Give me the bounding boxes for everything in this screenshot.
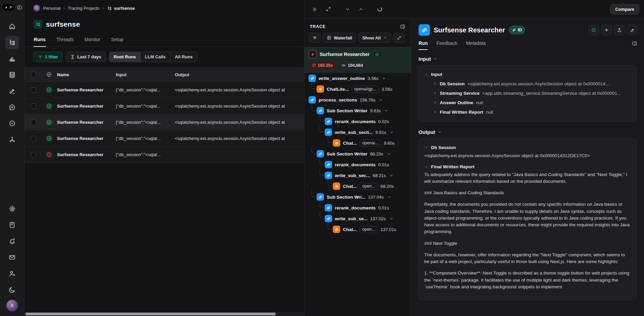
trace-tree-item[interactable]: write_sub_se... 137.02s [304, 213, 411, 224]
sidebar-collapse-icon[interactable] [17, 5, 22, 10]
breadcrumb-personal[interactable]: Personal [43, 6, 60, 11]
edit-run-button[interactable] [627, 25, 637, 35]
sidebar-item-notifications[interactable] [5, 234, 19, 248]
sidebar-item-invite[interactable] [5, 267, 19, 280]
input-section-header[interactable]: Input [419, 56, 637, 62]
sidebar-item-mail[interactable] [5, 251, 19, 264]
sidebar-item-dashboards[interactable] [5, 52, 19, 65]
trace-tree-item[interactable]: Chat... openai... 9.60s [304, 138, 411, 148]
horizontal-scrollbar-thumb[interactable] [25, 313, 276, 315]
collapse-chevron[interactable] [389, 173, 394, 178]
panel-split-icon[interactable] [400, 24, 405, 29]
run-name-cell[interactable]: Surfsense Researcher [56, 120, 116, 125]
tab-runs[interactable]: Runs [33, 35, 46, 47]
segment-llm-calls[interactable]: LLM Calls [141, 52, 170, 62]
input-field-row[interactable]: Final Written Report null [424, 107, 631, 117]
segment-all-runs[interactable]: All Runs [170, 52, 197, 62]
trace-tree-item[interactable]: process_sections 156.78s [304, 94, 411, 105]
collapse-chevron[interactable] [384, 109, 388, 113]
collapse-chevron[interactable] [387, 152, 391, 156]
collapse-panel-button[interactable] [310, 5, 319, 13]
collapse-chevron[interactable] [379, 98, 383, 102]
open-in-playground-button[interactable] [589, 25, 599, 35]
workspace-avatar[interactable] [33, 5, 40, 11]
collapse-chevron[interactable] [382, 76, 386, 81]
sidebar-item-playground[interactable] [5, 117, 19, 130]
show-all-dropdown[interactable]: Show All [358, 33, 391, 43]
output-report-node[interactable]: Final Written Report [424, 163, 631, 171]
play-circle-icon [8, 120, 16, 127]
column-header-input[interactable]: Input [116, 72, 175, 77]
tab-run[interactable]: Run [419, 40, 428, 50]
sidebar-item-docs[interactable] [5, 218, 19, 232]
sidebar-item-annotation[interactable] [5, 84, 19, 98]
input-root-node[interactable]: Input [424, 70, 631, 79]
panel-split-icon[interactable] [632, 41, 637, 46]
breadcrumb-tracing-projects[interactable]: Tracing Projects [68, 6, 99, 11]
collapse-chevron[interactable] [387, 195, 392, 199]
table-row[interactable]: Surfsense Researcher {"db_session":"<sql… [25, 114, 304, 131]
select-all-checkbox[interactable] [31, 72, 36, 77]
trace-tree-item[interactable]: ChatLite... openai/gp... 3.56s [304, 84, 411, 94]
row-checkbox[interactable] [31, 104, 36, 109]
output-section-header[interactable]: Output [419, 129, 637, 135]
expand-fullscreen-button[interactable] [324, 5, 333, 13]
input-field-row[interactable]: Db Session <sqlalchemy.ext.asyncio.sessi… [424, 79, 631, 88]
trace-panel-title: TRACE [310, 24, 326, 29]
user-avatar[interactable] [6, 300, 18, 311]
tab-threads[interactable]: Threads [56, 35, 74, 47]
filter-count-button[interactable]: 1 filter [33, 52, 62, 62]
tab-setup[interactable]: Setup [111, 35, 124, 47]
sidebar-item-settings[interactable] [5, 202, 19, 216]
next-run-button[interactable] [356, 5, 365, 13]
horizontal-scrollbar-track[interactable] [25, 312, 304, 316]
tab-feedback[interactable]: Feedback [436, 40, 457, 50]
run-name-cell[interactable]: Surfsense Researcher [56, 87, 116, 92]
segment-root-runs[interactable]: Root Runs [109, 52, 141, 62]
tab-metadata[interactable]: Metadata [466, 40, 486, 50]
sidebar-item-theme-toggle[interactable] [5, 283, 19, 296]
table-row[interactable]: Surfsense Researcher {"db_session":"<sql… [25, 147, 304, 163]
input-field-row[interactable]: Streaming Service <app.utils.streaming_s… [424, 88, 631, 98]
run-name-cell[interactable]: Surfsense Researcher [56, 136, 116, 141]
row-checkbox[interactable] [31, 87, 36, 93]
waterfall-view-button[interactable]: Waterfall [323, 33, 356, 43]
collapse-chevron[interactable] [389, 217, 394, 221]
trace-filter-button[interactable] [309, 33, 320, 43]
sidebar-item-workflows[interactable] [5, 133, 19, 146]
sidebar [0, 0, 25, 316]
output-db-session-node[interactable]: Db Session [424, 143, 631, 152]
sidebar-item-datasets[interactable] [5, 68, 19, 82]
run-name-cell[interactable]: Surfsense Researcher [56, 152, 116, 157]
trace-root-item[interactable]: Surfsense Researcher 160.35s [304, 47, 411, 73]
sidebar-item-feedback[interactable] [5, 100, 19, 114]
row-checkbox[interactable] [31, 152, 36, 157]
sidebar-item-tracing[interactable] [5, 36, 19, 49]
collapse-chevron[interactable] [390, 130, 394, 135]
table-row[interactable]: Surfsense Researcher {"db_session":"<sql… [25, 131, 304, 147]
input-field-row[interactable]: Answer Outline null [424, 98, 631, 107]
trace-tree-item[interactable]: Chat... open... 137.01s [304, 224, 411, 235]
table-row[interactable]: Surfsense Researcher {"db_session":"<sql… [25, 82, 304, 98]
row-checkbox[interactable] [31, 136, 36, 141]
breadcrumb-project[interactable]: surfsense [107, 6, 135, 11]
sidebar-item-home[interactable] [5, 20, 19, 33]
trace-tree-item[interactable]: write_sub_secti... 9.61s [304, 127, 411, 138]
trace-tree-item[interactable]: Chat... open... 68.20s [304, 181, 411, 192]
copy-run-id-button[interactable]: ID [509, 26, 525, 34]
table-row[interactable]: Surfsense Researcher {"db_session":"<sql… [25, 98, 304, 114]
previous-run-button[interactable] [343, 5, 352, 13]
row-checkbox[interactable] [31, 120, 36, 125]
share-run-button[interactable] [614, 25, 624, 35]
column-header-output[interactable]: Output [175, 72, 304, 77]
collapse-all-button[interactable] [394, 33, 405, 43]
langsmith-logo[interactable] [2, 4, 15, 11]
compare-button[interactable]: Compare [610, 4, 639, 15]
date-range-button[interactable]: Last 7 days [66, 52, 106, 62]
tab-monitor[interactable]: Monitor [84, 35, 101, 47]
column-header-name[interactable]: Name [56, 72, 116, 77]
run-name-cell[interactable]: Surfsense Researcher [56, 104, 116, 109]
trace-tree-item[interactable]: write_answer_outline 3.56s [304, 73, 411, 84]
add-to-dataset-button[interactable] [601, 25, 612, 35]
trace-tree-item[interactable]: write_sub_sec... 68.21s [304, 170, 411, 181]
